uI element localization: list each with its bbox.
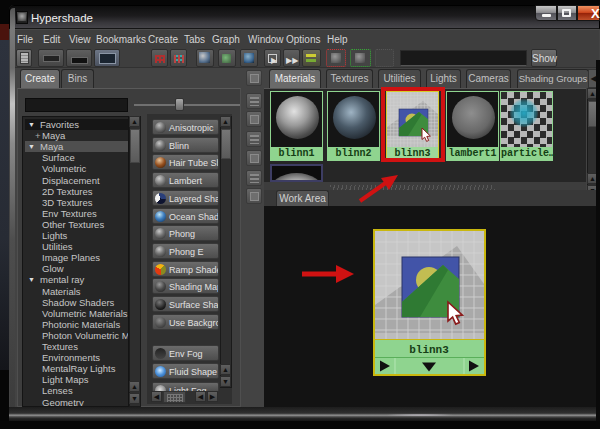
svg-text:blinn3: blinn3 [409, 344, 449, 356]
